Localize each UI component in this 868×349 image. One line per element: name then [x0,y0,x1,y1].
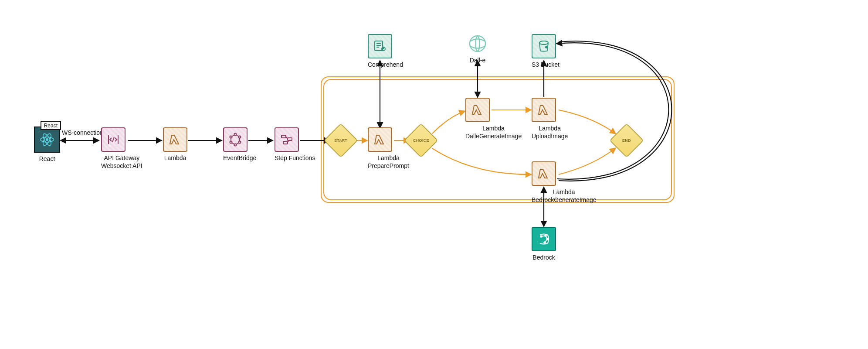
svg-point-21 [230,141,232,144]
svg-point-33 [546,46,547,48]
choice-text: CHOICE [413,138,429,143]
lambda-main-label: Lambda [163,154,187,162]
node-end: END [614,128,639,153]
lambda-dalle-label-1: Lambda [482,125,505,132]
choice-diamond: CHOICE [403,123,438,157]
svg-point-17 [234,133,237,136]
svg-marker-16 [231,134,240,145]
s3-label: S3 Bucket [532,61,559,69]
node-lambda-bedrock: Lambda BedrockGenerateImage [532,161,597,204]
edge-label-ws-connection: WS-connection [62,129,103,136]
node-lambda-main: Lambda [163,127,187,162]
start-diamond: START [323,123,358,157]
node-choice: CHOICE [409,128,433,153]
node-api-gateway: API Gateway Websocket API [101,127,142,170]
end-diamond: END [609,123,644,157]
lambda-prepare-label-2: PreparePrompt [368,162,409,170]
comprehend-icon [368,34,392,58]
svg-point-32 [539,41,548,44]
lambda-dalle-icon [465,98,490,122]
comprehend-label: Comprehend [368,61,403,69]
dalle-label: Dall-e [465,57,490,65]
api-gateway-label-2: Websocket API [101,162,142,170]
react-label: React [34,155,60,163]
node-lambda-prepare: Lambda PreparePrompt [368,127,409,170]
stepfunctions-icon [275,127,299,152]
eventbridge-label: EventBridge [223,154,256,162]
node-comprehend: Comprehend [368,34,403,69]
node-stepfunctions: Step Functions [275,127,315,162]
lambda-prepare-label-1: Lambda [377,154,400,161]
node-dalle: Dall-e [465,31,490,65]
lambda-upload-label-2: UploadImage [532,133,568,140]
eventbridge-icon [223,127,248,152]
lambda-bedrock-label-1: Lambda [553,188,575,195]
api-gateway-label-1: API Gateway [104,154,139,161]
node-lambda-upload: Lambda UploadImage [532,98,568,140]
svg-point-15 [46,138,48,141]
svg-rect-24 [288,138,292,140]
node-bedrock: Bedrock [532,227,556,262]
react-badge: React [41,121,61,130]
node-s3: S3 Bucket [532,34,559,69]
svg-point-19 [239,141,241,144]
start-text: START [334,138,347,143]
lambda-prepare-icon [368,127,392,152]
lambda-upload-icon [532,98,556,122]
api-gateway-icon [101,127,125,152]
svg-point-20 [234,144,237,146]
bedrock-icon [532,227,556,251]
end-text: END [622,138,631,143]
lambda-bedrock-label-2: BedrockGenerateImage [532,196,597,204]
svg-point-18 [239,136,241,138]
lambda-upload-label-1: Lambda [539,125,561,132]
svg-point-22 [230,136,232,138]
svg-rect-23 [281,135,286,138]
s3-icon [532,34,556,58]
node-start: START [329,128,353,153]
lambda-bedrock-icon [532,161,556,186]
stepfunctions-label: Step Functions [275,154,315,162]
lambda-dalle-label-2: DalleGenerateImage [465,133,522,140]
node-lambda-dalle: Lambda DalleGenerateImage [465,98,522,140]
react-icon: React [34,127,60,153]
node-eventbridge: EventBridge [223,127,256,162]
bedrock-label: Bedrock [532,254,556,262]
lambda-icon [163,127,187,152]
dalle-icon [465,31,490,56]
node-react: React React [34,127,60,163]
